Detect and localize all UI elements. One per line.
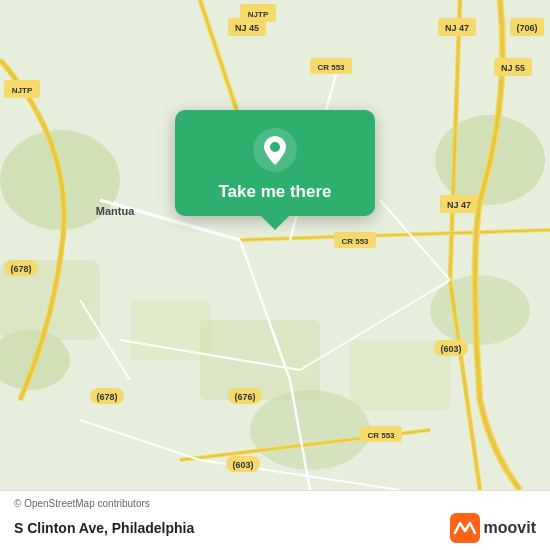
svg-rect-6 [200, 320, 320, 400]
moovit-icon [450, 513, 480, 543]
svg-text:(603): (603) [232, 460, 253, 470]
svg-text:NJ 55: NJ 55 [501, 63, 525, 73]
svg-point-5 [430, 275, 530, 345]
svg-text:NJ 47: NJ 47 [447, 200, 471, 210]
popup-take-me-there-label: Take me there [218, 182, 331, 202]
svg-text:(603): (603) [440, 344, 461, 354]
moovit-logo: moovit [450, 513, 536, 543]
svg-text:NJ 47: NJ 47 [445, 23, 469, 33]
svg-text:(678): (678) [96, 392, 117, 402]
copyright-row: © OpenStreetMap contributors [14, 498, 536, 513]
map-background: NJ 45 NJ 47 NJ 47 (706) NJTP NJTP CR 553… [0, 0, 550, 490]
moovit-text-label: moovit [484, 519, 536, 537]
bottom-bar: © OpenStreetMap contributors S Clinton A… [0, 490, 550, 550]
svg-text:(676): (676) [234, 392, 255, 402]
svg-text:(678): (678) [10, 264, 31, 274]
bottom-content: © OpenStreetMap contributors S Clinton A… [14, 491, 536, 551]
svg-text:CR 553: CR 553 [341, 237, 369, 246]
svg-text:NJTP: NJTP [12, 86, 33, 95]
svg-rect-63 [450, 513, 480, 543]
svg-text:CR 553: CR 553 [317, 63, 345, 72]
location-pin-icon [253, 128, 297, 172]
svg-rect-8 [130, 300, 210, 360]
svg-point-62 [270, 142, 280, 152]
svg-text:NJ 45: NJ 45 [235, 23, 259, 33]
navigation-popup[interactable]: Take me there [175, 110, 375, 216]
svg-text:NJTP: NJTP [248, 10, 269, 19]
copyright-text: © OpenStreetMap contributors [14, 498, 150, 509]
svg-text:Mantua: Mantua [96, 205, 135, 217]
map-container[interactable]: NJ 45 NJ 47 NJ 47 (706) NJTP NJTP CR 553… [0, 0, 550, 490]
svg-text:CR 553: CR 553 [367, 431, 395, 440]
svg-text:(706): (706) [516, 23, 537, 33]
location-row: S Clinton Ave, Philadelphia moovit [14, 513, 536, 543]
location-name: S Clinton Ave, Philadelphia [14, 520, 450, 536]
